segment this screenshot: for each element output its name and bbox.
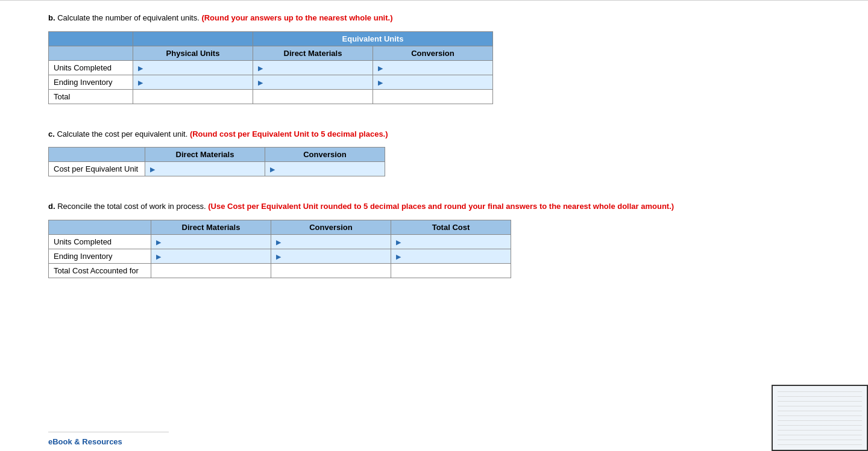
- table-c-label-header: [49, 148, 145, 162]
- thumbnail-image: [778, 391, 862, 445]
- table-d-units-completed-conversion[interactable]: ▶: [271, 234, 391, 249]
- section-d-prefix: d.: [48, 202, 55, 211]
- section-c-highlight: (Round cost per Equivalent Unit to 5 dec…: [190, 129, 388, 138]
- table-b-total-physical: [133, 89, 253, 104]
- section-b-prefix: b.: [48, 13, 55, 22]
- table-c-cost-per-unit-label: Cost per Equivalent Unit: [49, 162, 145, 176]
- table-b-total-conversion: [373, 89, 493, 104]
- table-d-units-completed-direct-input[interactable]: [162, 237, 272, 246]
- table-b-empty-header: [49, 31, 133, 46]
- table-d-conversion-header: Conversion: [271, 220, 391, 234]
- section-d: d. Reconcile the total cost of work in p…: [48, 201, 820, 278]
- table-d-ending-inventory-direct-input[interactable]: [162, 252, 272, 261]
- table-c-cost-conversion-input[interactable]: [276, 164, 386, 173]
- table-row: Ending Inventory ▶ ▶ ▶: [49, 249, 511, 263]
- table-d-ending-inventory-total-input[interactable]: [402, 252, 512, 261]
- table-row: Cost per Equivalent Unit ▶ ▶: [49, 162, 385, 176]
- table-b-total-label: Total: [49, 89, 133, 104]
- table-row: Total: [49, 89, 493, 104]
- table-d-units-completed-total-input[interactable]: [402, 237, 512, 246]
- section-c: c. Calculate the cost per equivalent uni…: [48, 128, 820, 177]
- table-d-total-conversion: [271, 263, 391, 278]
- section-c-prefix: c.: [48, 129, 55, 138]
- table-b-units-completed-physical[interactable]: ▶: [133, 60, 253, 75]
- table-b-ending-inventory-direct[interactable]: ▶: [253, 75, 373, 89]
- table-d-ending-inventory-direct[interactable]: ▶: [151, 249, 271, 263]
- table-b-row-label-header: [49, 46, 133, 60]
- section-b-highlight: (Round your answers up to the nearest wh…: [201, 13, 392, 22]
- table-b-units-completed-conversion[interactable]: ▶: [373, 60, 493, 75]
- table-row: Units Completed ▶ ▶ ▶: [49, 234, 511, 249]
- table-d-units-completed-conversion-input[interactable]: [282, 237, 392, 246]
- section-b-label: b. Calculate the number of equivalent un…: [48, 12, 820, 24]
- thumbnail-preview: [772, 385, 868, 451]
- table-b-direct-materials-subheader: Direct Materials: [253, 46, 373, 60]
- table-c-conversion-header: Conversion: [265, 148, 385, 162]
- table-c-cost-direct[interactable]: ▶: [145, 162, 265, 176]
- table-b-units-completed-direct[interactable]: ▶: [253, 60, 373, 75]
- table-d-ending-inventory-label: Ending Inventory: [49, 249, 151, 263]
- section-b: b. Calculate the number of equivalent un…: [48, 12, 820, 104]
- table-d-ending-inventory-conversion-input[interactable]: [282, 252, 392, 261]
- table-d-direct-materials-header: Direct Materials: [151, 220, 271, 234]
- table-c-cost-conversion[interactable]: ▶: [265, 162, 385, 176]
- table-d-units-completed-label: Units Completed: [49, 234, 151, 249]
- table-b-ending-inventory-conversion-input[interactable]: [384, 78, 494, 87]
- table-d-total-cost-header: Total Cost: [391, 220, 511, 234]
- table-b-ending-inventory-label: Ending Inventory: [49, 75, 133, 89]
- table-d-units-completed-direct[interactable]: ▶: [151, 234, 271, 249]
- table-row: Units Completed ▶ ▶ ▶: [49, 60, 493, 75]
- section-d-text: Reconcile the total cost of work in proc…: [57, 202, 208, 211]
- section-d-label: d. Reconcile the total cost of work in p…: [48, 201, 820, 213]
- ebook-section: eBook & Resources: [48, 432, 169, 451]
- table-d-total-total: [391, 263, 511, 278]
- table-d-total-direct: [151, 263, 271, 278]
- table-c: Direct Materials Conversion Cost per Equ…: [48, 147, 385, 176]
- ebook-link[interactable]: eBook & Resources: [48, 437, 122, 446]
- table-b-units-completed-physical-input[interactable]: [144, 63, 254, 72]
- table-b-equiv-units-header: Equivalent Units: [253, 31, 493, 46]
- table-b-physical-units-header: [133, 31, 253, 46]
- table-b-total-direct: [253, 89, 373, 104]
- section-d-highlight: (Use Cost per Equivalent Unit rounded to…: [208, 202, 674, 211]
- table-row: Total Cost Accounted for: [49, 263, 511, 278]
- table-d-total-cost-accounted-label: Total Cost Accounted for: [49, 263, 151, 278]
- table-b-units-completed-label: Units Completed: [49, 60, 133, 75]
- section-c-text: Calculate the cost per equivalent unit.: [57, 129, 189, 138]
- table-d-ending-inventory-total[interactable]: ▶: [391, 249, 511, 263]
- section-b-text: Calculate the number of equivalent units…: [57, 13, 201, 22]
- table-d: Direct Materials Conversion Total Cost U…: [48, 220, 511, 278]
- table-d-ending-inventory-conversion[interactable]: ▶: [271, 249, 391, 263]
- table-b-units-completed-direct-input[interactable]: [264, 63, 374, 72]
- table-b-units-completed-conversion-input[interactable]: [384, 63, 494, 72]
- table-d-label-header: [49, 220, 151, 234]
- table-b-ending-inventory-physical[interactable]: ▶: [133, 75, 253, 89]
- table-c-cost-direct-input[interactable]: [156, 164, 266, 173]
- table-b: Equivalent Units Physical Units Direct M…: [48, 31, 493, 104]
- table-c-direct-materials-header: Direct Materials: [145, 148, 265, 162]
- table-b-ending-inventory-direct-input[interactable]: [264, 78, 374, 87]
- table-d-units-completed-total[interactable]: ▶: [391, 234, 511, 249]
- table-b-ending-inventory-physical-input[interactable]: [144, 78, 254, 87]
- table-b-physical-units-subheader: Physical Units: [133, 46, 253, 60]
- section-c-label: c. Calculate the cost per equivalent uni…: [48, 128, 820, 140]
- table-row: Ending Inventory ▶ ▶ ▶: [49, 75, 493, 89]
- table-b-conversion-subheader: Conversion: [373, 46, 493, 60]
- table-b-ending-inventory-conversion[interactable]: ▶: [373, 75, 493, 89]
